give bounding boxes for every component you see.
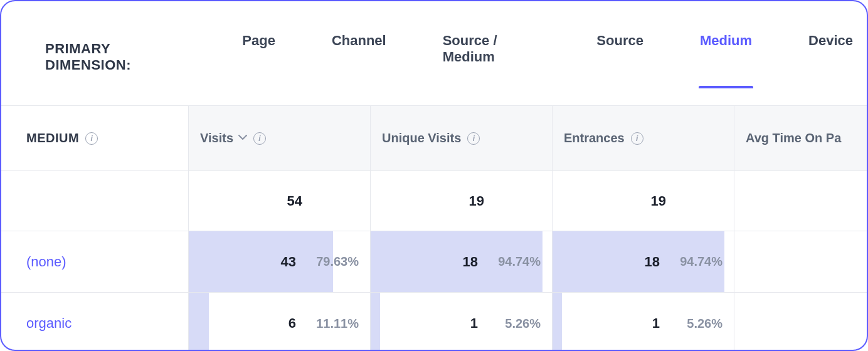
- col-header-dimension[interactable]: MEDIUM: [1, 106, 188, 171]
- chevron-down-icon: [238, 134, 247, 140]
- row-entrances-cell: 18 94.74%: [552, 231, 734, 292]
- tab-source-medium[interactable]: Source / Medium: [442, 26, 542, 88]
- col-header-dimension-label: MEDIUM: [13, 131, 79, 145]
- row-unique-visits-cell: 1 5.26%: [370, 293, 552, 351]
- col-header-overflow[interactable]: Avg Time On Pa: [734, 106, 867, 171]
- metric-pct: 5.26%: [488, 317, 541, 331]
- data-table: MEDIUM Visits Unique Visits Entrances Av…: [1, 105, 867, 351]
- dimension-label: PRIMARY DIMENSION:: [45, 41, 197, 73]
- metric-value: 18: [463, 254, 478, 270]
- row-visits-cell: 43 79.63%: [188, 231, 370, 292]
- metric-pct: 94.74%: [488, 254, 541, 269]
- metric-value: 1: [470, 315, 478, 332]
- metric-value: 43: [281, 254, 296, 270]
- row-overflow-cell: [734, 293, 867, 351]
- metric-value: 1: [652, 315, 660, 332]
- tab-device[interactable]: Device: [807, 26, 854, 88]
- totals-overflow-cell: [734, 171, 867, 231]
- table-totals-row: 54 00.00% 19 00.00% 19 00.00%: [1, 171, 867, 231]
- row-overflow-cell: [734, 231, 867, 292]
- dimension-tabs: Page Channel Source / Medium Source Medi…: [241, 26, 854, 88]
- totals-unique-visits-cell: 19 00.00%: [370, 171, 552, 231]
- totals-entrances-cell: 19 00.00%: [552, 171, 734, 231]
- table-row: (none) 43 79.63% 18 94.74% 18: [1, 231, 867, 293]
- metric-value: 6: [288, 315, 296, 332]
- row-dimension-link[interactable]: organic: [26, 315, 71, 332]
- metric-pct: 11.11%: [306, 317, 359, 331]
- totals-dimension-cell: [1, 171, 188, 231]
- col-header-label: Entrances: [564, 131, 625, 145]
- info-icon[interactable]: [85, 132, 98, 145]
- metric-pct: 94.74%: [670, 254, 722, 269]
- totals-entrances-value: 19: [651, 193, 670, 209]
- metric-pct: 79.63%: [306, 254, 359, 269]
- totals-visits-value: 54: [287, 193, 306, 209]
- table-row: organic 6 11.11% 1 5.26% 1: [1, 293, 867, 351]
- analytics-panel: PRIMARY DIMENSION: Page Channel Source /…: [0, 0, 868, 351]
- info-icon[interactable]: [467, 132, 480, 145]
- col-header-label: Unique Visits: [382, 131, 461, 145]
- tab-source[interactable]: Source: [595, 26, 645, 88]
- metric-pct: 5.26%: [670, 317, 722, 331]
- totals-visits-cell: 54 00.00%: [188, 171, 370, 231]
- row-dimension-cell: (none): [1, 231, 188, 292]
- table-header-row: MEDIUM Visits Unique Visits Entrances Av…: [1, 106, 867, 171]
- totals-unique-visits-value: 19: [469, 193, 488, 209]
- col-header-label: Avg Time On Pa: [746, 131, 841, 145]
- info-icon[interactable]: [253, 132, 266, 145]
- col-header-visits[interactable]: Visits: [188, 106, 370, 171]
- col-header-entrances[interactable]: Entrances: [552, 106, 734, 171]
- tab-channel[interactable]: Channel: [331, 26, 388, 88]
- tab-page[interactable]: Page: [241, 26, 277, 88]
- metric-value: 18: [645, 254, 660, 270]
- col-header-label: Visits: [200, 131, 233, 145]
- tab-medium[interactable]: Medium: [699, 26, 753, 88]
- row-entrances-cell: 1 5.26%: [552, 293, 734, 351]
- row-dimension-link[interactable]: (none): [26, 254, 66, 270]
- row-unique-visits-cell: 18 94.74%: [370, 231, 552, 292]
- info-icon[interactable]: [631, 132, 643, 145]
- row-dimension-cell: organic: [1, 293, 188, 351]
- col-header-unique-visits[interactable]: Unique Visits: [370, 106, 552, 171]
- row-visits-cell: 6 11.11%: [188, 293, 370, 351]
- dimension-bar: PRIMARY DIMENSION: Page Channel Source /…: [1, 1, 867, 105]
